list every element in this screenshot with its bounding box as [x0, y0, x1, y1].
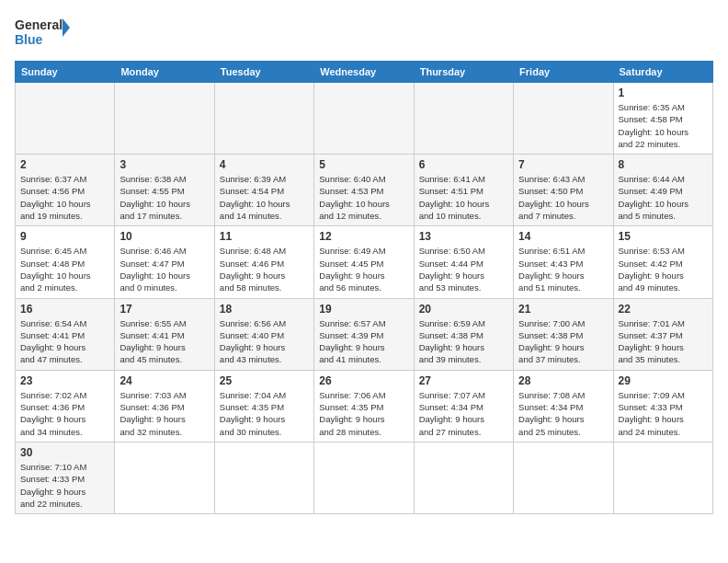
- calendar-week-row-3: 9Sunrise: 6:45 AM Sunset: 4:48 PM Daylig…: [16, 226, 713, 298]
- day-number: 25: [220, 374, 309, 387]
- calendar-cell: 19Sunrise: 6:57 AM Sunset: 4:39 PM Dayli…: [314, 298, 414, 370]
- day-info: Sunrise: 6:38 AM Sunset: 4:55 PM Dayligh…: [119, 173, 209, 222]
- page-header: General Blue: [15, 15, 713, 50]
- svg-text:Blue: Blue: [15, 32, 43, 47]
- day-number: 8: [619, 158, 708, 171]
- calendar-week-row-2: 2Sunrise: 6:37 AM Sunset: 4:56 PM Daylig…: [16, 155, 713, 226]
- day-info: Sunrise: 6:59 AM Sunset: 4:38 PM Dayligh…: [419, 317, 508, 366]
- calendar-cell: [414, 83, 513, 155]
- day-number: 16: [20, 303, 109, 316]
- calendar-cell: 1Sunrise: 6:35 AM Sunset: 4:58 PM Daylig…: [613, 83, 712, 155]
- day-info: Sunrise: 7:10 AM Sunset: 4:33 PM Dayligh…: [20, 461, 109, 510]
- calendar-cell: 15Sunrise: 6:53 AM Sunset: 4:42 PM Dayli…: [613, 226, 712, 298]
- calendar-cell: 18Sunrise: 6:56 AM Sunset: 4:40 PM Dayli…: [214, 298, 313, 370]
- calendar-cell: [414, 442, 513, 513]
- svg-marker-2: [63, 18, 70, 37]
- day-info: Sunrise: 6:50 AM Sunset: 4:44 PM Dayligh…: [419, 245, 508, 293]
- day-number: 1: [619, 86, 708, 99]
- day-number: 23: [20, 374, 109, 387]
- day-info: Sunrise: 7:09 AM Sunset: 4:33 PM Dayligh…: [619, 389, 708, 438]
- calendar-cell: 12Sunrise: 6:49 AM Sunset: 4:45 PM Dayli…: [314, 226, 414, 298]
- day-info: Sunrise: 6:54 AM Sunset: 4:41 PM Dayligh…: [20, 317, 109, 366]
- day-number: 29: [619, 374, 708, 387]
- day-info: Sunrise: 7:04 AM Sunset: 4:35 PM Dayligh…: [220, 389, 309, 438]
- day-number: 21: [518, 303, 608, 316]
- day-number: 22: [619, 303, 708, 316]
- day-info: Sunrise: 6:53 AM Sunset: 4:42 PM Dayligh…: [619, 245, 708, 293]
- day-info: Sunrise: 7:08 AM Sunset: 4:34 PM Dayligh…: [518, 389, 608, 438]
- day-info: Sunrise: 7:01 AM Sunset: 4:37 PM Dayligh…: [619, 317, 708, 366]
- weekday-header-wednesday: Wednesday: [314, 62, 414, 83]
- calendar-cell: 30Sunrise: 7:10 AM Sunset: 4:33 PM Dayli…: [16, 442, 115, 513]
- calendar-cell: [115, 442, 214, 513]
- weekday-header-row: SundayMondayTuesdayWednesdayThursdayFrid…: [16, 62, 713, 83]
- day-number: 7: [518, 158, 608, 171]
- day-info: Sunrise: 6:57 AM Sunset: 4:39 PM Dayligh…: [319, 317, 408, 366]
- weekday-header-tuesday: Tuesday: [214, 62, 313, 83]
- weekday-header-thursday: Thursday: [414, 62, 513, 83]
- calendar-cell: 5Sunrise: 6:40 AM Sunset: 4:53 PM Daylig…: [314, 155, 414, 226]
- calendar-week-row-1: 1Sunrise: 6:35 AM Sunset: 4:58 PM Daylig…: [16, 83, 713, 155]
- day-info: Sunrise: 7:06 AM Sunset: 4:35 PM Dayligh…: [319, 389, 408, 438]
- day-info: Sunrise: 6:39 AM Sunset: 4:54 PM Dayligh…: [220, 173, 309, 222]
- day-number: 4: [220, 158, 309, 171]
- day-info: Sunrise: 7:07 AM Sunset: 4:34 PM Dayligh…: [419, 389, 508, 438]
- calendar-cell: 25Sunrise: 7:04 AM Sunset: 4:35 PM Dayli…: [214, 370, 313, 442]
- calendar-cell: 8Sunrise: 6:44 AM Sunset: 4:49 PM Daylig…: [613, 155, 712, 226]
- day-info: Sunrise: 6:56 AM Sunset: 4:40 PM Dayligh…: [220, 317, 309, 366]
- day-number: 26: [319, 374, 408, 387]
- calendar-cell: [314, 83, 414, 155]
- calendar-cell: 28Sunrise: 7:08 AM Sunset: 4:34 PM Dayli…: [514, 370, 613, 442]
- day-number: 3: [119, 158, 209, 171]
- calendar-cell: 13Sunrise: 6:50 AM Sunset: 4:44 PM Dayli…: [414, 226, 513, 298]
- calendar-cell: [214, 442, 313, 513]
- calendar-cell: [514, 442, 613, 513]
- day-info: Sunrise: 6:37 AM Sunset: 4:56 PM Dayligh…: [20, 173, 109, 222]
- day-number: 30: [20, 446, 109, 459]
- calendar-cell: 27Sunrise: 7:07 AM Sunset: 4:34 PM Dayli…: [414, 370, 513, 442]
- day-info: Sunrise: 6:41 AM Sunset: 4:51 PM Dayligh…: [419, 173, 508, 222]
- day-number: 28: [518, 374, 608, 387]
- calendar-cell: 24Sunrise: 7:03 AM Sunset: 4:36 PM Dayli…: [115, 370, 214, 442]
- calendar-cell: 2Sunrise: 6:37 AM Sunset: 4:56 PM Daylig…: [16, 155, 115, 226]
- day-number: 9: [20, 230, 109, 243]
- calendar-cell: 29Sunrise: 7:09 AM Sunset: 4:33 PM Dayli…: [613, 370, 712, 442]
- day-number: 27: [419, 374, 508, 387]
- calendar-week-row-6: 30Sunrise: 7:10 AM Sunset: 4:33 PM Dayli…: [16, 442, 713, 513]
- calendar-cell: 22Sunrise: 7:01 AM Sunset: 4:37 PM Dayli…: [613, 298, 712, 370]
- day-number: 6: [419, 158, 508, 171]
- logo: General Blue: [15, 15, 70, 50]
- day-info: Sunrise: 6:35 AM Sunset: 4:58 PM Dayligh…: [619, 101, 708, 150]
- calendar-cell: [214, 83, 313, 155]
- day-number: 10: [119, 230, 209, 243]
- calendar-cell: 4Sunrise: 6:39 AM Sunset: 4:54 PM Daylig…: [214, 155, 313, 226]
- day-info: Sunrise: 7:00 AM Sunset: 4:38 PM Dayligh…: [518, 317, 608, 366]
- calendar-cell: 26Sunrise: 7:06 AM Sunset: 4:35 PM Dayli…: [314, 370, 414, 442]
- weekday-header-monday: Monday: [115, 62, 214, 83]
- day-number: 5: [319, 158, 408, 171]
- calendar-cell: 20Sunrise: 6:59 AM Sunset: 4:38 PM Dayli…: [414, 298, 513, 370]
- day-info: Sunrise: 6:51 AM Sunset: 4:43 PM Dayligh…: [518, 245, 608, 293]
- day-info: Sunrise: 6:40 AM Sunset: 4:53 PM Dayligh…: [319, 173, 408, 222]
- logo-svg: General Blue: [15, 15, 70, 50]
- day-number: 17: [119, 303, 209, 316]
- day-info: Sunrise: 6:55 AM Sunset: 4:41 PM Dayligh…: [119, 317, 209, 366]
- calendar-cell: [16, 83, 115, 155]
- day-number: 19: [319, 303, 408, 316]
- day-number: 2: [20, 158, 109, 171]
- calendar-cell: 14Sunrise: 6:51 AM Sunset: 4:43 PM Dayli…: [514, 226, 613, 298]
- day-info: Sunrise: 7:02 AM Sunset: 4:36 PM Dayligh…: [20, 389, 109, 438]
- calendar-cell: 6Sunrise: 6:41 AM Sunset: 4:51 PM Daylig…: [414, 155, 513, 226]
- calendar-cell: 9Sunrise: 6:45 AM Sunset: 4:48 PM Daylig…: [16, 226, 115, 298]
- calendar-cell: 7Sunrise: 6:43 AM Sunset: 4:50 PM Daylig…: [514, 155, 613, 226]
- calendar-cell: 23Sunrise: 7:02 AM Sunset: 4:36 PM Dayli…: [16, 370, 115, 442]
- calendar-cell: 16Sunrise: 6:54 AM Sunset: 4:41 PM Dayli…: [16, 298, 115, 370]
- day-number: 14: [518, 230, 608, 243]
- svg-text:General: General: [15, 17, 63, 32]
- weekday-header-sunday: Sunday: [16, 62, 115, 83]
- day-number: 20: [419, 303, 508, 316]
- day-number: 18: [220, 303, 309, 316]
- calendar-cell: [115, 83, 214, 155]
- weekday-header-friday: Friday: [514, 62, 613, 83]
- day-number: 15: [619, 230, 708, 243]
